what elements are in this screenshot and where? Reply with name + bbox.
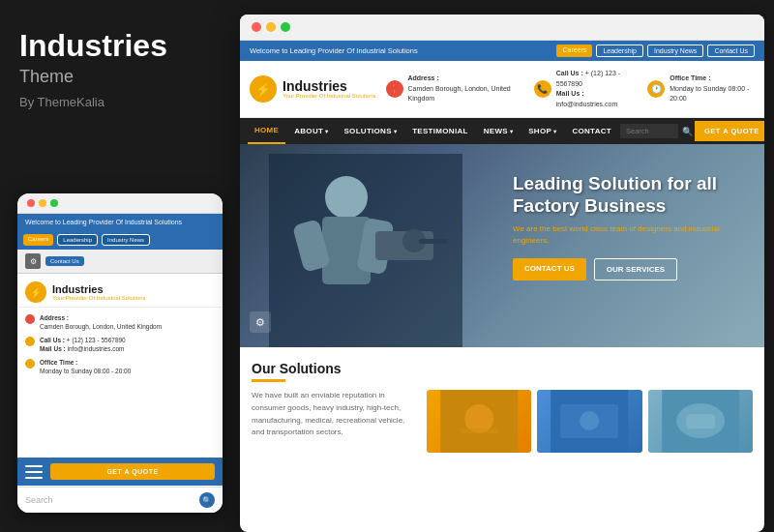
mobile-call-row: Call Us : + (12) 123 - 5567890 Mail Us :… <box>25 336 215 353</box>
header-address-item: 📍 Address : Camden Borough, London, Unit… <box>386 69 522 109</box>
site-topbar: Welcome to Leading Provider Of Industria… <box>240 41 764 61</box>
svg-rect-16 <box>686 414 715 429</box>
mobile-address-text: Address : Camden Borough, London, United… <box>40 313 162 331</box>
phone-icon <box>25 337 35 346</box>
header-address-text: Address : Camden Borough, London, United… <box>408 74 522 104</box>
solutions-underline <box>252 379 285 382</box>
site-topbar-right: Careers Leadership Industry News Contact… <box>556 44 755 57</box>
svg-point-13 <box>580 411 599 430</box>
mobile-search-button[interactable]: 🔍 <box>199 492 215 508</box>
left-panel: Industries Theme By ThemeKalia Welcome t… <box>0 0 240 532</box>
clock-icon <box>25 359 35 369</box>
mobile-search-placeholder: Search <box>25 495 53 505</box>
mobile-green-dot <box>50 199 58 207</box>
site-logo-text-area: Industries Your Provider Of Industrial S… <box>283 79 376 99</box>
nav-contact[interactable]: CONTACT <box>565 119 618 143</box>
site-logo-area[interactable]: ⚡ Industries Your Provider Of Industrial… <box>250 75 376 103</box>
mobile-address-row: Address : Camden Borough, London, United… <box>25 313 215 331</box>
mobile-logo-tagline: Your Provider Of Industrial Solutions <box>52 295 146 301</box>
mobile-search-bar: Search 🔍 <box>17 487 223 513</box>
mobile-logo-icon: ⚡ <box>25 281 46 303</box>
nav-search-area: 🔍 <box>620 124 693 138</box>
hero-content: Leading Solution for all Factory Busines… <box>513 173 745 281</box>
mobile-settings-bar: ⚙ Contact Us <box>17 250 223 274</box>
site-header-info: 📍 Address : Camden Borough, London, Unit… <box>386 69 756 109</box>
header-phone-item: 📞 Call Us : + (12) 123 - 5567890 Mail Us… <box>534 69 636 109</box>
hamburger-icon[interactable] <box>25 465 43 479</box>
mobile-logo-name: Industries <box>52 283 146 295</box>
header-phone-text: Call Us : + (12) 123 - 5567890 Mail Us :… <box>556 69 636 109</box>
site-hero: Leading Solution for all Factory Busines… <box>240 144 764 347</box>
solution-image-3 <box>648 390 753 453</box>
mobile-topbar: Welcome to Leading Provider Of Industria… <box>17 214 223 230</box>
mobile-red-dot <box>27 199 35 207</box>
topbar-industry-news[interactable]: Industry News <box>647 44 703 57</box>
desktop-green-dot <box>281 22 290 32</box>
nav-testimonial[interactable]: TESTIMONIAL <box>405 119 475 143</box>
nav-search-input[interactable] <box>620 124 678 138</box>
theme-by: By ThemeKalia <box>19 95 221 109</box>
hero-gear-icon[interactable]: ⚙ <box>250 311 271 333</box>
header-time-text: Office Time : Monday to Sunday 08:00 - 2… <box>670 74 755 104</box>
nav-search-icon[interactable]: 🔍 <box>682 127 693 136</box>
nav-shop[interactable]: SHOP ▾ <box>521 119 563 143</box>
mobile-contact-pill[interactable]: Contact Us <box>45 256 84 266</box>
site-logo-name: Industries <box>283 79 376 93</box>
header-clock-icon: 🕐 <box>647 80 665 98</box>
topbar-leadership[interactable]: Leadership <box>596 44 643 57</box>
location-icon <box>25 314 35 324</box>
solution-image-2 <box>537 390 641 453</box>
svg-point-1 <box>325 176 368 219</box>
desktop-red-dot <box>252 22 261 32</box>
mobile-bottom-bar: GET A QUOTE <box>17 458 223 486</box>
mobile-mockup: Welcome to Leading Provider Of Industria… <box>17 193 223 513</box>
site-header: ⚡ Industries Your Provider Of Industrial… <box>240 61 764 118</box>
gear-icon[interactable]: ⚙ <box>25 253 41 269</box>
site-logo-tagline: Your Provider Of Industrial Solutions <box>283 93 376 99</box>
mobile-logo-section: ⚡ Industries Your Provider Of Industrial… <box>17 274 223 308</box>
mobile-quote-button[interactable]: GET A QUOTE <box>50 463 215 480</box>
solutions-section: Our Solutions We have built an enviable … <box>240 347 764 462</box>
mobile-pill-industry-news[interactable]: Industry News <box>102 234 150 246</box>
desktop-yellow-dot <box>266 22 276 32</box>
mobile-time-row: Office Time : Monday to Sunday 08:00 - 2… <box>25 358 215 375</box>
mobile-time-text: Office Time : Monday to Sunday 08:00 - 2… <box>40 358 131 375</box>
topbar-contact-us[interactable]: Contact Us <box>707 44 755 57</box>
theme-subtitle: Theme <box>19 67 221 87</box>
hero-services-button[interactable]: Our Services <box>594 258 677 281</box>
mobile-logo-text-area: Industries Your Provider Of Industrial S… <box>52 283 146 301</box>
header-location-icon: 📍 <box>386 80 403 98</box>
nav-solutions[interactable]: SOLUTIONS ▾ <box>337 119 403 143</box>
nav-home[interactable]: HOME <box>248 118 285 144</box>
hero-buttons: Contact Us Our Services <box>513 258 745 281</box>
hero-contact-button[interactable]: Contact Us <box>513 258 586 281</box>
solutions-images <box>427 390 753 453</box>
desktop-panel: Welcome to Leading Provider Of Industria… <box>240 15 764 532</box>
nav-quote-button[interactable]: GET A QUOTE <box>695 121 764 141</box>
mobile-pill-leadership[interactable]: Leadership <box>57 234 98 246</box>
solutions-layout: We have built an enviable reputation in … <box>252 390 753 453</box>
svg-rect-7 <box>419 239 448 244</box>
solutions-title: Our Solutions <box>252 361 753 376</box>
mobile-pill-careers[interactable]: Careers <box>23 234 53 246</box>
mobile-traffic-lights <box>17 193 223 214</box>
hero-title: Leading Solution for all Factory Busines… <box>513 173 745 218</box>
nav-news[interactable]: NEWS ▾ <box>477 119 521 143</box>
hero-subtitle: We are the best world class team of desi… <box>513 223 745 247</box>
topbar-careers[interactable]: Careers <box>556 44 592 57</box>
header-time-item: 🕐 Office Time : Monday to Sunday 08:00 -… <box>647 69 755 109</box>
mobile-yellow-dot <box>39 199 46 207</box>
mobile-info-section: Address : Camden Borough, London, United… <box>17 308 223 387</box>
site-nav: HOME ABOUT ▾ SOLUTIONS ▾ TESTIMONIAL NEW… <box>240 118 764 144</box>
theme-title: Industries <box>19 29 221 63</box>
mobile-call-text: Call Us : + (12) 123 - 5567890 Mail Us :… <box>40 336 126 353</box>
header-phone-icon: 📞 <box>534 80 551 98</box>
site-logo-icon: ⚡ <box>250 75 277 103</box>
nav-about[interactable]: ABOUT ▾ <box>287 119 335 143</box>
site-topbar-text: Welcome to Leading Provider Of Industria… <box>250 46 418 55</box>
svg-rect-10 <box>460 429 498 433</box>
desktop-traffic-lights <box>240 15 764 41</box>
worker-illustration <box>269 154 462 347</box>
mobile-nav-pills: Careers Leadership Industry News <box>17 230 223 250</box>
solutions-description: We have built an enviable reputation in … <box>252 390 415 453</box>
